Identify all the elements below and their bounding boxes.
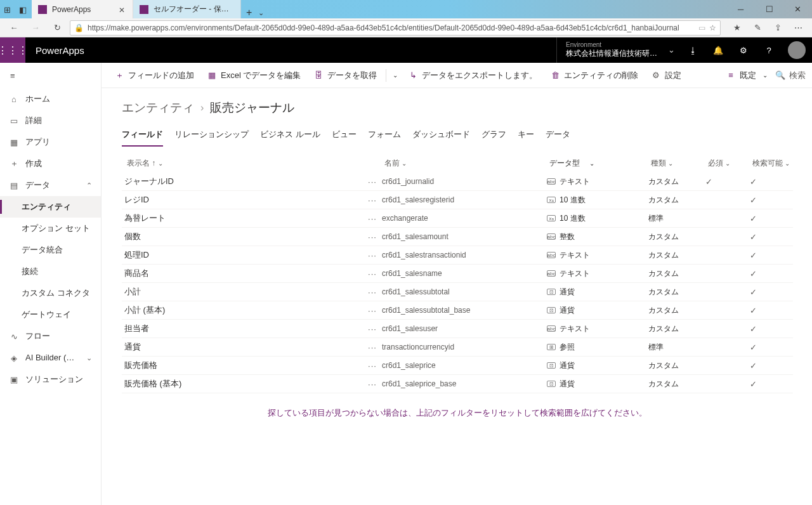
row-more-button[interactable]: ··· [363, 269, 382, 279]
table-row[interactable]: 処理ID···cr6d1_salestransactionidabcテキストカス… [122, 246, 793, 265]
sidebar-item-connections[interactable]: 接続 [0, 261, 101, 282]
col-display[interactable]: 表示名 ↑ ⌄ [124, 158, 365, 169]
table-row[interactable]: 通貨···transactioncurrencyid⊞参照標準✓ [122, 338, 793, 357]
close-button[interactable]: ✕ [783, 0, 812, 18]
favorites-icon[interactable]: ★ [728, 19, 746, 37]
chevron-down-icon[interactable]: ⌄ [258, 9, 264, 17]
sidebar-item-customconnectors[interactable]: カスタム コネクタ [0, 282, 101, 304]
tab-aside-icon[interactable]: ◧ [19, 5, 28, 14]
refresh-button[interactable]: ↻ [48, 19, 66, 37]
settings-icon[interactable]: ⚙ [731, 37, 756, 63]
col-type[interactable]: データ型 ⌄ [549, 158, 651, 169]
row-more-button[interactable]: ··· [363, 177, 382, 187]
tab-selforder[interactable]: セルフオーダー - 保存済み (発行 [133, 0, 241, 18]
filter-reset-link[interactable]: 探している項目が見つからない場合は、上記のフィルターをリセットして検索範囲を広げ… [122, 407, 793, 419]
table-row[interactable]: 個数···cr6d1_salesamountabc整数カスタム✓ [122, 228, 793, 246]
help-icon[interactable]: ? [756, 37, 782, 63]
main-area: ≡ ⌂ホーム ▭詳細 ▦アプリ ＋作成 ▤データ⌃ エンティティ オプション セ… [0, 63, 812, 505]
tab-views[interactable]: ビュー [332, 126, 357, 147]
sidebar-item-data[interactable]: ▤データ⌃ [0, 174, 101, 196]
export-button[interactable]: ↳データをエクスポートします。 [403, 65, 542, 86]
sidebar-item-dataintegration[interactable]: データ統合 [0, 239, 101, 261]
download-icon[interactable]: ⭳ [680, 37, 705, 63]
table-row[interactable]: 担当者···cr6d1_salesuserabcテキストカスタム✓ [122, 320, 793, 338]
tab-charts[interactable]: グラフ [481, 126, 506, 147]
get-data-button[interactable]: 🗄データを取得 [308, 65, 382, 86]
type-icon: abc [547, 252, 556, 258]
share-icon[interactable]: ⇪ [769, 19, 787, 37]
table-row[interactable]: 小計 (基本)···cr6d1_salessubtotal_base⊡通貨カスタ… [122, 301, 793, 320]
settings-button[interactable]: ⚙設定 [646, 65, 686, 86]
table-row[interactable]: 為替レート···exchangeratex₂10 進数標準✓ [122, 209, 793, 228]
sidebar-item-solutions[interactable]: ▣ソリューション [0, 369, 101, 390]
col-required[interactable]: 必須 ⌄ [708, 158, 752, 169]
add-field-button[interactable]: ＋フィールドの追加 [109, 65, 199, 86]
sidebar-item-learn[interactable]: ▭詳細 [0, 110, 101, 131]
forward-button[interactable]: → [27, 19, 44, 37]
col-name[interactable]: 名前 ⌄ [384, 158, 549, 169]
url-input[interactable]: 🔒 https://make.powerapps.com/environment… [70, 20, 721, 36]
table-row[interactable]: ジャーナルID···cr6d1_journalidabcテキストカスタム✓✓ [122, 173, 793, 191]
table-row[interactable]: レジID···cr6d1_salesregisteridx₂10 進数カスタム✓ [122, 191, 793, 209]
more-icon[interactable]: ⋯ [789, 19, 807, 37]
tab-data[interactable]: データ [546, 126, 570, 147]
tab-dashboards[interactable]: ダッシュボード [412, 126, 470, 147]
environment-picker[interactable]: Environment 株式会社情報通信技術研究開... ⌄ [556, 37, 680, 63]
cell-category: カスタム [648, 250, 705, 261]
row-more-button[interactable]: ··· [363, 251, 382, 260]
table-row[interactable]: 小計···cr6d1_salessubtotal⊡通貨カスタム✓ [122, 283, 793, 301]
row-more-button[interactable]: ··· [363, 324, 382, 334]
col-category[interactable]: 種類 ⌄ [651, 158, 708, 169]
type-icon: abc [547, 325, 556, 332]
minimize-button[interactable]: ─ [726, 0, 755, 18]
col-searchable[interactable]: 検索可能 ⌄ [752, 158, 790, 169]
sidebar-item-apps[interactable]: ▦アプリ [0, 131, 101, 153]
sidebar-item-aibuilder[interactable]: ◈AI Builder (プレビュー)⌄ [0, 347, 101, 369]
favorite-icon[interactable]: ☆ [709, 23, 716, 32]
search-input[interactable]: 🔍検索 [775, 70, 806, 81]
row-more-button[interactable]: ··· [363, 195, 382, 205]
row-more-button[interactable]: ··· [363, 343, 382, 352]
sidebar-item-gateways[interactable]: ゲートウェイ [0, 304, 101, 325]
app-name[interactable]: PowerApps [25, 45, 95, 56]
row-more-button[interactable]: ··· [363, 232, 382, 242]
avatar[interactable] [788, 41, 806, 59]
app-launcher-button[interactable]: ⋮⋮⋮ [0, 37, 25, 63]
close-icon[interactable]: ✕ [119, 6, 126, 13]
tab-rules[interactable]: ビジネス ルール [260, 126, 320, 147]
tab-forms[interactable]: フォーム [368, 126, 401, 147]
sidebar-toggle[interactable]: ≡ [0, 63, 101, 88]
view-dropdown[interactable]: ≡既定⌄ [721, 65, 773, 86]
notes-icon[interactable]: ✎ [749, 19, 766, 37]
row-more-button[interactable]: ··· [363, 214, 382, 223]
tab-powerapps[interactable]: PowerApps ✕ [32, 0, 133, 18]
sidebar-item-home[interactable]: ⌂ホーム [0, 88, 101, 110]
tab-keys[interactable]: キー [518, 126, 534, 147]
table-row[interactable]: 販売価格···cr6d1_saleprice⊡通貨カスタム✓ [122, 357, 793, 375]
sidebar-item-create[interactable]: ＋作成 [0, 153, 101, 174]
cmd-label: 設定 [665, 70, 681, 81]
task-view-icon[interactable]: ⊞ [4, 5, 13, 14]
sidebar-item-entities[interactable]: エンティティ [0, 196, 101, 218]
notifications-icon[interactable]: 🔔 [705, 37, 731, 63]
sidebar-item-label: ソリューション [25, 374, 92, 385]
table-row[interactable]: 商品名···cr6d1_salesnameabcテキストカスタム✓ [122, 265, 793, 283]
cell-type: abcテキスト [547, 268, 648, 279]
reading-view-icon[interactable]: ▭ [698, 23, 705, 32]
row-more-button[interactable]: ··· [363, 306, 382, 315]
tab-relationships[interactable]: リレーションシップ [174, 126, 249, 147]
row-more-button[interactable]: ··· [363, 287, 382, 297]
table-row[interactable]: 販売価格 (基本)···cr6d1_saleprice_base⊡通貨カスタム✓ [122, 375, 793, 393]
tab-fields[interactable]: フィールド [122, 126, 163, 147]
row-more-button[interactable]: ··· [363, 361, 382, 371]
maximize-button[interactable]: ☐ [755, 0, 783, 18]
back-button[interactable]: ← [5, 19, 23, 37]
delete-entity-button[interactable]: 🗑エンティティの削除 [545, 65, 643, 86]
get-data-dropdown[interactable]: ⌄ [390, 65, 400, 86]
sidebar-item-flows[interactable]: ∿フロー [0, 325, 101, 347]
row-more-button[interactable]: ··· [363, 379, 382, 389]
breadcrumb-root[interactable]: エンティティ [122, 100, 194, 116]
new-tab-icon[interactable]: + [246, 7, 252, 18]
sidebar-item-optionsets[interactable]: オプション セット [0, 218, 101, 239]
edit-excel-button[interactable]: ▦Excel でデータを編集 [202, 65, 306, 86]
